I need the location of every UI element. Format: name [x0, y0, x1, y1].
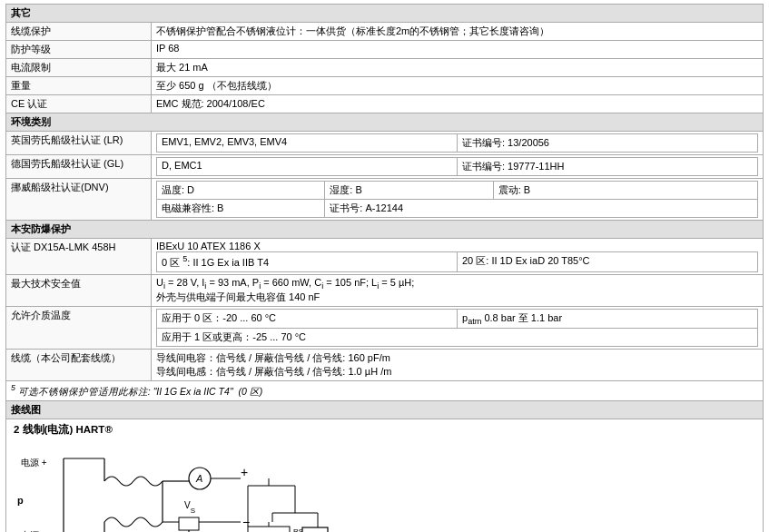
svg-vs-label: VS	[184, 500, 195, 515]
lr-cert-num: 证书编号: 13/20056	[458, 134, 758, 153]
section-intrinsic-title: 本安防爆保护	[6, 221, 764, 239]
section-environment-header: 环境类别	[6, 113, 764, 132]
table-row: 英国劳氏船级社认证 (LR) EMV1, EMV2, EMV3, EMV4 证书…	[6, 132, 764, 155]
label-lr: 英国劳氏船级社认证 (LR)	[6, 132, 152, 155]
cert-zone0: 0 区 5: II 1G Ex ia IIB T4	[157, 252, 458, 272]
value-cert-dx15a: IBExU 10 ATEX 1186 X 0 区 5: II 1G Ex ia …	[152, 239, 764, 275]
page-wrapper: 其它 线缆保护 不锈钢保护管配合不锈钢液位计：一体供货（标准长度2m的不锈钢管；…	[0, 0, 769, 532]
cert-line1: IBExU 10 ATEX 1186 X	[156, 241, 758, 251]
value-current-limit: 最大 21 mA	[152, 59, 764, 77]
table-row: 电流限制 最大 21 mA	[6, 59, 764, 77]
value-gl: D, EMC1 证书编号: 19777-11HH	[152, 155, 764, 179]
svg-hart-box-small	[179, 517, 199, 530]
table-row: 防护等级 IP 68	[6, 41, 764, 59]
wiring-diagram-row: 2 线制(电流) HART® 电源 + p 电源 − l	[6, 419, 764, 532]
safety-line2: 外壳与供电端子间最大电容值 140 nF	[156, 291, 758, 304]
svg-plus-sym: +	[241, 465, 248, 479]
label-cert-dx15a: 认证 DX15A-LMK 458H	[6, 239, 152, 275]
table-row: 德国劳氏船级社认证 (GL) D, EMC1 证书编号: 19777-11HH	[6, 155, 764, 179]
value-dnv: 温度: D 湿度: B 震动: B 电磁兼容性: B 证书号: A-12144	[152, 179, 764, 221]
value-cable: 导线间电容：信号线 / 屏蔽信号线 / 信号线: 160 pF/m 导线间电感：…	[152, 350, 764, 381]
wiring-diagram-cell: 2 线制(电流) HART® 电源 + p 电源 − l	[6, 419, 764, 532]
main-table: 其它 线缆保护 不锈钢保护管配合不锈钢液位计：一体供货（标准长度2m的不锈钢管；…	[5, 4, 764, 532]
section-intrinsic-header: 本安防爆保护	[6, 221, 764, 239]
label-ce: CE 认证	[6, 95, 152, 113]
gl-cert: D, EMC1	[157, 158, 458, 176]
table-row: 线缆保护 不锈钢保护管配合不锈钢液位计：一体供货（标准长度2m的不锈钢管；其它长…	[6, 23, 764, 41]
dnv-humidity: 湿度: B	[325, 182, 493, 200]
value-cable-protection: 不锈钢保护管配合不锈钢液位计：一体供货（标准长度2m的不锈钢管；其它长度请咨询）	[152, 23, 764, 41]
temp-patm: patm 0.8 bar 至 1.1 bar	[458, 309, 758, 328]
label-max-safety: 最大技术安全值	[6, 274, 152, 306]
label-temp: 允许介质温度	[6, 306, 152, 349]
label-dnv: 挪威船级社认证(DNV)	[6, 179, 152, 221]
label-weight: 重量	[6, 77, 152, 95]
value-protection-level: IP 68	[152, 41, 764, 59]
table-row: 重量 至少 650 g （不包括线缆）	[6, 77, 764, 95]
cert-zone20: 20 区: II 1D Ex iaD 20 T85°C	[458, 252, 758, 272]
temp-zone1: 应用于 1 区或更高：-25 ... 70 °C	[157, 329, 758, 347]
table-row: 最大技术安全值 Ui = 28 V, Ii = 93 mA, Pi = 660 …	[6, 274, 764, 306]
intrinsic-note: 5 可选不锈钢保护管适用此标注: "II 1G Ex ia IIC T4" (0…	[6, 381, 764, 401]
wiring-subtitle: 2 线制(电流) HART®	[14, 423, 755, 437]
table-row: 允许介质温度 应用于 0 区：-20 ... 60 °C patm 0.8 ba…	[6, 306, 764, 349]
section-other-title: 其它	[6, 5, 764, 23]
label-cable-protection: 线缆保护	[6, 23, 152, 41]
section-other-header: 其它	[6, 5, 764, 23]
value-ce: EMC 规范: 2004/108/EC	[152, 95, 764, 113]
svg-power-plus: 电源 +	[21, 458, 47, 468]
section-wiring-title: 接线图	[6, 400, 764, 419]
value-weight: 至少 650 g （不包括线缆）	[152, 77, 764, 95]
table-row: 认证 DX15A-LMK 458H IBExU 10 ATEX 1186 X 0…	[6, 239, 764, 275]
value-lr: EMV1, EMV2, EMV3, EMV4 证书编号: 13/20056	[152, 132, 764, 155]
dnv-temp: 温度: D	[157, 182, 325, 200]
lr-cert: EMV1, EMV2, EMV3, EMV4	[157, 134, 458, 153]
svg-coil	[104, 477, 163, 486]
svg-coil2	[104, 517, 163, 527]
label-gl: 德国劳氏船级社认证 (GL)	[6, 155, 152, 179]
gl-cert-num: 证书编号: 19777-11HH	[458, 158, 758, 176]
temp-zone0: 应用于 0 区：-20 ... 60 °C	[157, 309, 458, 328]
value-temp: 应用于 0 区：-20 ... 60 °C patm 0.8 bar 至 1.1…	[152, 306, 764, 349]
label-current-limit: 电流限制	[6, 59, 152, 77]
svg-ammeter-label: A	[195, 473, 202, 484]
label-protection-level: 防护等级	[6, 41, 152, 59]
wiring-diagram-svg: 电源 + p 电源 − l	[14, 440, 359, 532]
label-cable: 线缆（本公司配套线缆）	[6, 350, 152, 381]
cable-inductance: 导线间电感：信号线 / 屏蔽信号线 / 信号线: 1.0 µH /m	[156, 365, 758, 379]
section-wiring-header: 接线图	[6, 400, 764, 419]
dnv-vibration: 震动: B	[493, 182, 757, 200]
svg-p-label: p	[17, 495, 24, 506]
intrinsic-note-row: 5 可选不锈钢保护管适用此标注: "II 1G Ex ia IIC T4" (0…	[6, 381, 764, 401]
safety-line1: Ui = 28 V, Ii = 93 mA, Pi = 660 mW, Ci =…	[156, 277, 758, 291]
dnv-emc: 电磁兼容性: B	[157, 200, 325, 218]
table-row: 线缆（本公司配套线缆） 导线间电容：信号线 / 屏蔽信号线 / 信号线: 160…	[6, 350, 764, 381]
table-row: CE 认证 EMC 规范: 2004/108/EC	[6, 95, 764, 113]
table-row: 挪威船级社认证(DNV) 温度: D 湿度: B 震动: B 电磁兼容性: B …	[6, 179, 764, 221]
cable-capacitance: 导线间电容：信号线 / 屏蔽信号线 / 信号线: 160 pF/m	[156, 351, 758, 365]
section-environment-title: 环境类别	[6, 113, 764, 132]
value-max-safety: Ui = 28 V, Ii = 93 mA, Pi = 660 mW, Ci =…	[152, 274, 764, 306]
dnv-cert-num: 证书号: A-12144	[325, 200, 758, 218]
